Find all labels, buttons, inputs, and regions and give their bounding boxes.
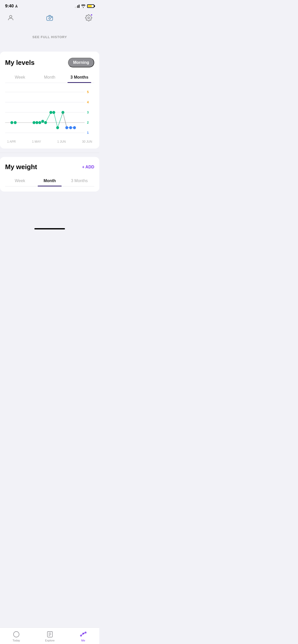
svg-point-0 bbox=[9, 16, 12, 18]
levels-chart-svg: 5 4 3 2 1 bbox=[5, 87, 94, 138]
status-icons bbox=[75, 4, 94, 8]
see-full-history-section: SEE FULL HISTORY bbox=[0, 25, 99, 52]
svg-point-18 bbox=[33, 121, 35, 124]
levels-header: My levels Morning bbox=[5, 58, 94, 67]
svg-point-20 bbox=[38, 121, 41, 124]
svg-point-24 bbox=[49, 111, 52, 114]
svg-point-35 bbox=[73, 126, 76, 129]
camera-icon bbox=[46, 14, 53, 21]
settings-button[interactable] bbox=[84, 13, 93, 22]
svg-text:3: 3 bbox=[87, 111, 89, 114]
my-weight-section: My weight + ADD Week Month 3 Months bbox=[0, 157, 99, 192]
svg-point-19 bbox=[35, 121, 38, 124]
location-icon bbox=[15, 5, 18, 8]
svg-point-2 bbox=[49, 18, 51, 19]
tab-week-levels[interactable]: Week bbox=[5, 72, 35, 83]
person-icon bbox=[7, 14, 14, 21]
profile-button[interactable] bbox=[6, 13, 15, 22]
settings-notification-dot bbox=[90, 14, 93, 16]
tab-month-weight[interactable]: Month bbox=[35, 176, 65, 186]
svg-text:5: 5 bbox=[87, 90, 89, 94]
levels-chart-area: 5 4 3 2 1 bbox=[5, 83, 94, 143]
add-weight-button[interactable]: + ADD bbox=[82, 165, 94, 169]
status-time: 9:40 bbox=[5, 4, 18, 9]
battery-icon bbox=[87, 4, 94, 8]
signal-bars bbox=[75, 4, 79, 8]
svg-point-3 bbox=[51, 17, 52, 18]
svg-line-30 bbox=[63, 112, 67, 128]
tab-3months-levels[interactable]: 3 Months bbox=[64, 72, 94, 83]
wifi-icon bbox=[81, 4, 86, 8]
levels-chart: 5 4 3 2 1 bbox=[5, 87, 94, 138]
morning-badge-button[interactable]: Morning bbox=[68, 58, 94, 67]
my-levels-section: My levels Morning Week Month 3 Months 5 bbox=[0, 52, 99, 149]
status-bar: 9:40 bbox=[0, 0, 99, 11]
svg-text:4: 4 bbox=[87, 100, 89, 104]
tab-week-weight[interactable]: Week bbox=[5, 176, 35, 186]
see-full-history-button[interactable]: SEE FULL HISTORY bbox=[32, 35, 67, 39]
svg-point-4 bbox=[88, 17, 90, 19]
weight-tabs: Week Month 3 Months bbox=[5, 176, 94, 186]
svg-line-28 bbox=[58, 112, 63, 128]
svg-line-23 bbox=[46, 112, 51, 123]
camera-button[interactable] bbox=[45, 13, 54, 22]
svg-line-26 bbox=[54, 112, 58, 128]
svg-text:1: 1 bbox=[87, 131, 89, 135]
weight-header: My weight + ADD bbox=[5, 163, 94, 171]
svg-point-16 bbox=[10, 121, 13, 124]
svg-text:2: 2 bbox=[87, 121, 89, 124]
header-nav bbox=[0, 11, 99, 25]
tab-3months-weight[interactable]: 3 Months bbox=[64, 176, 94, 186]
home-indicator bbox=[34, 228, 65, 229]
levels-tabs: Week Month 3 Months bbox=[5, 72, 94, 83]
x-axis-labels: 1 APR 1 MAY 1 JUN 30 JUN bbox=[5, 138, 94, 143]
levels-title: My levels bbox=[5, 59, 35, 67]
bottom-spacer bbox=[0, 196, 99, 226]
svg-point-17 bbox=[14, 121, 17, 124]
svg-point-21 bbox=[41, 120, 44, 123]
tab-month-levels[interactable]: Month bbox=[35, 72, 65, 83]
section-divider bbox=[0, 153, 99, 153]
weight-title: My weight bbox=[5, 163, 37, 171]
